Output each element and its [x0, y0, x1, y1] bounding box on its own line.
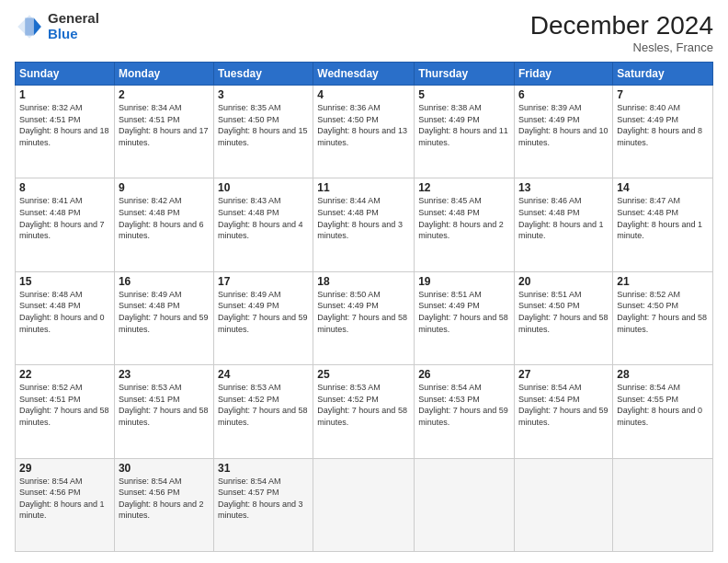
day-info: Sunrise: 8:45 AMSunset: 4:48 PMDaylight:… — [418, 195, 510, 241]
day-number: 17 — [218, 275, 309, 288]
week-row-4: 22 Sunrise: 8:52 AMSunset: 4:51 PMDaylig… — [16, 365, 713, 458]
day-info: Sunrise: 8:50 AMSunset: 4:49 PMDaylight:… — [317, 289, 410, 335]
col-header-thursday: Thursday — [415, 63, 515, 86]
day-info: Sunrise: 8:53 AMSunset: 4:52 PMDaylight:… — [218, 382, 309, 428]
day-info: Sunrise: 8:53 AMSunset: 4:52 PMDaylight:… — [317, 382, 410, 428]
day-cell — [415, 458, 515, 551]
day-info: Sunrise: 8:40 AMSunset: 4:49 PMDaylight:… — [617, 102, 709, 148]
day-cell: 23 Sunrise: 8:53 AMSunset: 4:51 PMDaylig… — [114, 365, 213, 458]
day-cell: 31 Sunrise: 8:54 AMSunset: 4:57 PMDaylig… — [214, 458, 313, 551]
day-cell — [515, 458, 613, 551]
col-header-friday: Friday — [515, 63, 613, 86]
day-info: Sunrise: 8:43 AMSunset: 4:48 PMDaylight:… — [218, 195, 309, 241]
day-cell: 7 Sunrise: 8:40 AMSunset: 4:49 PMDayligh… — [613, 86, 713, 178]
day-cell: 22 Sunrise: 8:52 AMSunset: 4:51 PMDaylig… — [16, 365, 115, 458]
day-info: Sunrise: 8:44 AMSunset: 4:48 PMDaylight:… — [317, 195, 410, 241]
day-number: 1 — [19, 88, 110, 101]
day-number: 24 — [218, 368, 309, 381]
day-cell: 8 Sunrise: 8:41 AMSunset: 4:48 PMDayligh… — [16, 178, 115, 271]
week-row-1: 1 Sunrise: 8:32 AMSunset: 4:51 PMDayligh… — [16, 86, 713, 178]
day-number: 8 — [19, 181, 110, 194]
day-cell — [613, 458, 713, 551]
day-number: 9 — [119, 181, 210, 194]
day-cell: 3 Sunrise: 8:35 AMSunset: 4:50 PMDayligh… — [214, 86, 313, 178]
logo-general-text: General — [48, 11, 99, 27]
day-number: 27 — [518, 368, 609, 381]
day-info: Sunrise: 8:49 AMSunset: 4:49 PMDaylight:… — [218, 289, 309, 335]
col-header-tuesday: Tuesday — [214, 63, 313, 86]
day-number: 23 — [119, 368, 210, 381]
logo-text: General Blue — [48, 11, 99, 41]
day-cell: 16 Sunrise: 8:49 AMSunset: 4:48 PMDaylig… — [114, 271, 213, 364]
day-cell: 13 Sunrise: 8:46 AMSunset: 4:48 PMDaylig… — [515, 178, 613, 271]
day-info: Sunrise: 8:54 AMSunset: 4:56 PMDaylight:… — [119, 476, 210, 522]
day-cell: 20 Sunrise: 8:51 AMSunset: 4:50 PMDaylig… — [515, 271, 613, 364]
day-cell: 25 Sunrise: 8:53 AMSunset: 4:52 PMDaylig… — [313, 365, 415, 458]
day-cell: 6 Sunrise: 8:39 AMSunset: 4:49 PMDayligh… — [515, 86, 613, 178]
day-number: 18 — [317, 275, 410, 288]
day-cell: 18 Sunrise: 8:50 AMSunset: 4:49 PMDaylig… — [313, 271, 415, 364]
day-info: Sunrise: 8:41 AMSunset: 4:48 PMDaylight:… — [19, 195, 110, 241]
day-number: 30 — [119, 462, 210, 475]
day-info: Sunrise: 8:54 AMSunset: 4:56 PMDaylight:… — [19, 476, 110, 522]
calendar: SundayMondayTuesdayWednesdayThursdayFrid… — [15, 62, 713, 552]
day-info: Sunrise: 8:54 AMSunset: 4:53 PMDaylight:… — [418, 382, 510, 428]
day-number: 12 — [418, 181, 510, 194]
day-cell: 19 Sunrise: 8:51 AMSunset: 4:49 PMDaylig… — [415, 271, 515, 364]
week-row-3: 15 Sunrise: 8:48 AMSunset: 4:48 PMDaylig… — [16, 271, 713, 364]
day-info: Sunrise: 8:52 AMSunset: 4:51 PMDaylight:… — [19, 382, 110, 428]
day-number: 15 — [19, 275, 110, 288]
day-number: 31 — [218, 462, 309, 475]
calendar-table: SundayMondayTuesdayWednesdayThursdayFrid… — [15, 62, 713, 552]
header: General Blue December 2024 Nesles, Franc… — [15, 11, 713, 54]
location: Nesles, France — [530, 40, 713, 54]
calendar-header-row: SundayMondayTuesdayWednesdayThursdayFrid… — [16, 63, 713, 86]
logo-blue-text: Blue — [48, 27, 99, 42]
day-number: 19 — [418, 275, 510, 288]
day-cell: 17 Sunrise: 8:49 AMSunset: 4:49 PMDaylig… — [214, 271, 313, 364]
day-cell: 11 Sunrise: 8:44 AMSunset: 4:48 PMDaylig… — [313, 178, 415, 271]
day-number: 13 — [518, 181, 609, 194]
col-header-sunday: Sunday — [16, 63, 115, 86]
day-cell: 27 Sunrise: 8:54 AMSunset: 4:54 PMDaylig… — [515, 365, 613, 458]
day-info: Sunrise: 8:47 AMSunset: 4:48 PMDaylight:… — [617, 195, 709, 241]
day-info: Sunrise: 8:38 AMSunset: 4:49 PMDaylight:… — [418, 102, 510, 148]
day-cell: 21 Sunrise: 8:52 AMSunset: 4:50 PMDaylig… — [613, 271, 713, 364]
day-number: 2 — [119, 88, 210, 101]
day-cell: 12 Sunrise: 8:45 AMSunset: 4:48 PMDaylig… — [415, 178, 515, 271]
day-number: 10 — [218, 181, 309, 194]
day-info: Sunrise: 8:36 AMSunset: 4:50 PMDaylight:… — [317, 102, 410, 148]
day-number: 5 — [418, 88, 510, 101]
page: General Blue December 2024 Nesles, Franc… — [0, 0, 728, 563]
day-cell: 14 Sunrise: 8:47 AMSunset: 4:48 PMDaylig… — [613, 178, 713, 271]
day-number: 6 — [518, 88, 609, 101]
logo-icon — [15, 12, 44, 41]
week-row-2: 8 Sunrise: 8:41 AMSunset: 4:48 PMDayligh… — [16, 178, 713, 271]
day-number: 16 — [119, 275, 210, 288]
day-number: 7 — [617, 88, 709, 101]
day-cell: 2 Sunrise: 8:34 AMSunset: 4:51 PMDayligh… — [114, 86, 213, 178]
col-header-monday: Monday — [114, 63, 213, 86]
day-info: Sunrise: 8:54 AMSunset: 4:57 PMDaylight:… — [218, 476, 309, 522]
day-number: 4 — [317, 88, 410, 101]
day-cell: 1 Sunrise: 8:32 AMSunset: 4:51 PMDayligh… — [16, 86, 115, 178]
day-cell: 4 Sunrise: 8:36 AMSunset: 4:50 PMDayligh… — [313, 86, 415, 178]
day-cell: 30 Sunrise: 8:54 AMSunset: 4:56 PMDaylig… — [114, 458, 213, 551]
day-cell: 24 Sunrise: 8:53 AMSunset: 4:52 PMDaylig… — [214, 365, 313, 458]
month-title: December 2024 — [530, 11, 713, 40]
day-info: Sunrise: 8:54 AMSunset: 4:54 PMDaylight:… — [518, 382, 609, 428]
day-number: 11 — [317, 181, 410, 194]
day-info: Sunrise: 8:46 AMSunset: 4:48 PMDaylight:… — [518, 195, 609, 241]
day-cell: 29 Sunrise: 8:54 AMSunset: 4:56 PMDaylig… — [16, 458, 115, 551]
col-header-saturday: Saturday — [613, 63, 713, 86]
day-info: Sunrise: 8:35 AMSunset: 4:50 PMDaylight:… — [218, 102, 309, 148]
col-header-wednesday: Wednesday — [313, 63, 415, 86]
day-info: Sunrise: 8:42 AMSunset: 4:48 PMDaylight:… — [119, 195, 210, 241]
day-info: Sunrise: 8:49 AMSunset: 4:48 PMDaylight:… — [119, 289, 210, 335]
day-cell: 26 Sunrise: 8:54 AMSunset: 4:53 PMDaylig… — [415, 365, 515, 458]
day-info: Sunrise: 8:51 AMSunset: 4:49 PMDaylight:… — [418, 289, 510, 335]
day-info: Sunrise: 8:51 AMSunset: 4:50 PMDaylight:… — [518, 289, 609, 335]
logo: General Blue — [15, 11, 99, 41]
day-info: Sunrise: 8:48 AMSunset: 4:48 PMDaylight:… — [19, 289, 110, 335]
day-cell: 15 Sunrise: 8:48 AMSunset: 4:48 PMDaylig… — [16, 271, 115, 364]
